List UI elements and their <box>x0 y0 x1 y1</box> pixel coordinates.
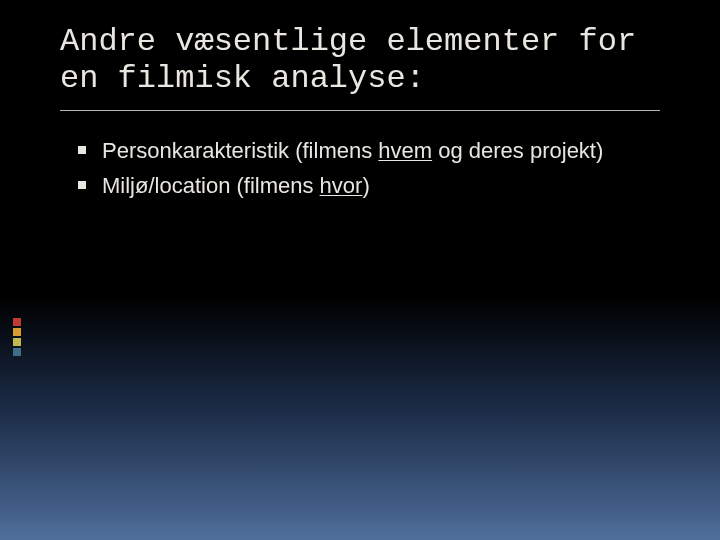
bullet-text-underline: hvor <box>320 173 363 198</box>
bullet-text-post: ) <box>362 173 369 198</box>
bullet-text-pre: Miljø/location (filmens <box>102 173 320 198</box>
accent-bar-orange <box>13 328 21 336</box>
accent-bar-olive <box>13 338 21 346</box>
accent-bar-blue <box>13 348 21 356</box>
accent-bars <box>13 318 21 358</box>
slide: Andre væsentlige elementer for en filmis… <box>0 0 720 540</box>
list-item: Miljø/location (filmens hvor) <box>74 171 660 200</box>
bullet-text-post: og deres projekt) <box>432 138 603 163</box>
accent-bar-red <box>13 318 21 326</box>
slide-title: Andre væsentlige elementer for en filmis… <box>60 24 680 98</box>
list-item: Personkarakteristik (filmens hvem og der… <box>74 136 660 165</box>
title-underline <box>60 110 660 111</box>
bullet-text-underline: hvem <box>378 138 432 163</box>
bullet-text-pre: Personkarakteristik (filmens <box>102 138 378 163</box>
bullet-list: Personkarakteristik (filmens hvem og der… <box>74 136 660 206</box>
